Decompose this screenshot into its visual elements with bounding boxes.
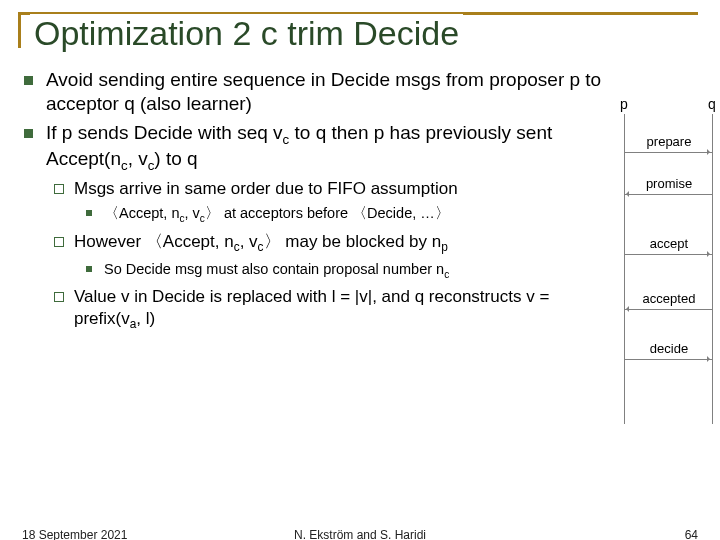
diagram-msg-prepare: prepare xyxy=(624,134,714,149)
bullet-1-text: Avoid sending entire sequence in Decide … xyxy=(46,69,601,114)
diagram-arrow-4 xyxy=(624,309,712,310)
bullet-2a-text: Msgs arrive in same order due to FIFO as… xyxy=(74,179,458,198)
bullet-2a: Msgs arrive in same order due to FIFO as… xyxy=(46,178,610,225)
diagram-q-label: q xyxy=(708,96,716,112)
diagram-arrow-2 xyxy=(624,194,712,195)
bullet-2c-text: Value v in Decide is replaced with l = |… xyxy=(74,287,549,328)
diagram-msg-accepted: accepted xyxy=(624,291,714,306)
slide-title: Optimization 2 c trim Decide xyxy=(30,14,463,53)
diagram-msg-decide: decide xyxy=(624,341,714,356)
bullet-1: Avoid sending entire sequence in Decide … xyxy=(20,68,610,117)
footer-authors: N. Ekström and S. Haridi xyxy=(0,528,720,540)
bullet-2b: However 〈Accept, nc, vc〉 may be blocked … xyxy=(46,231,610,281)
diagram-q-line xyxy=(712,114,713,424)
bullet-2b1-text: So Decide msg must also contain proposal… xyxy=(104,261,449,277)
bullet-2a1: 〈Accept, nc, vc〉 at acceptors before 〈De… xyxy=(74,204,610,225)
bullet-2a1-text: 〈Accept, nc, vc〉 at acceptors before 〈De… xyxy=(104,205,450,221)
bullet-2c: Value v in Decide is replaced with l = |… xyxy=(46,286,610,332)
diagram-msg-accept: accept xyxy=(624,236,714,251)
bullet-2b-text: However 〈Accept, nc, vc〉 may be blocked … xyxy=(74,232,448,251)
diagram-p-label: p xyxy=(620,96,628,112)
diagram-arrow-5 xyxy=(624,359,712,360)
diagram-msg-promise: promise xyxy=(624,176,714,191)
sequence-diagram: p q prepare promise accept accepted deci… xyxy=(616,96,716,436)
diagram-arrow-3 xyxy=(624,254,712,255)
bullet-2b1: So Decide msg must also contain proposal… xyxy=(74,260,610,281)
bullet-2-text: If p sends Decide with seq vc to q then … xyxy=(46,122,552,170)
diagram-p-line xyxy=(624,114,625,424)
slide-content: Avoid sending entire sequence in Decide … xyxy=(20,68,610,338)
diagram-arrow-1 xyxy=(624,152,712,153)
footer-page-number: 64 xyxy=(685,528,698,540)
bullet-2: If p sends Decide with seq vc to q then … xyxy=(20,121,610,333)
